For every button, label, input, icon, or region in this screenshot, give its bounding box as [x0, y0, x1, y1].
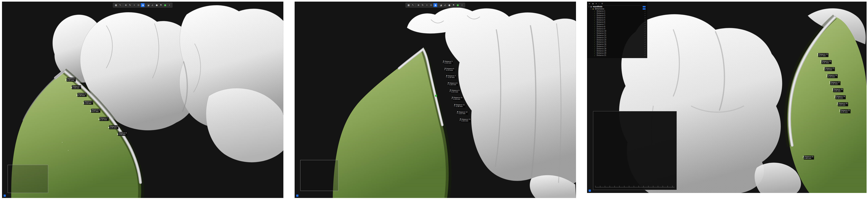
clip-plane-icon[interactable]: ◪ — [147, 3, 150, 7]
toolbar-divider[interactable] — [123, 4, 123, 6]
measurement-label[interactable]: Distance 7 0.22 mm — [99, 117, 109, 121]
rotate-icon[interactable]: ↻ — [128, 3, 132, 7]
app-corner-icon[interactable] — [4, 195, 6, 197]
visibility-badge[interactable] — [643, 8, 646, 10]
check-icon[interactable]: ✓ — [644, 10, 646, 12]
measurement-label[interactable]: Distance 7 0.19 mm — [447, 75, 456, 79]
orbit-sphere-icon[interactable]: ◑ — [434, 3, 437, 7]
measurement-label[interactable]: Distance 22 0.06 mm — [804, 155, 814, 159]
flag-icon[interactable]: ⚑ — [452, 3, 456, 7]
measurement-label[interactable]: Distance 3 0.18 mm — [72, 85, 81, 89]
measurement-label[interactable]: Distance 15 0.19 mm — [825, 67, 835, 71]
measurement-label[interactable]: Distance 9 0.21 mm — [451, 89, 460, 93]
fit-view-icon[interactable]: ⊡ — [137, 3, 141, 7]
measurement-label[interactable]: Distance 2 0.21 mm — [67, 78, 76, 82]
check-icon[interactable]: ✓ — [644, 41, 646, 43]
check-icon[interactable]: ✓ — [644, 39, 646, 41]
toolbar-divider[interactable] — [438, 4, 438, 6]
measurement-label[interactable]: Distance 8 0.26 mm — [449, 82, 458, 86]
tree-node-distance[interactable]: · ╱ Distance 21 ✓ — [587, 54, 647, 56]
check-icon[interactable]: ✓ — [644, 19, 646, 21]
tree-node-distance[interactable]: · ╱ Distance 2 ✓ — [587, 12, 647, 14]
check-icon[interactable]: ✓ — [644, 35, 646, 36]
tree-node-distance[interactable]: · ╱ Distance 13 ✓ — [587, 36, 647, 39]
tree-node-distance[interactable]: · ╱ Distance 18 ✓ — [587, 48, 647, 50]
cursor-icon[interactable]: ↖ — [411, 3, 415, 7]
tree-node-distance[interactable]: · ╱ Distance 17 ✓ — [587, 46, 647, 48]
measure-icon[interactable]: ∠ — [151, 3, 155, 7]
app-corner-icon[interactable] — [589, 189, 591, 192]
flag-icon[interactable]: ⚑ — [159, 3, 163, 7]
measurement-label[interactable]: Distance 21 0.25 mm — [840, 109, 850, 113]
zoom-icon[interactable]: ⌖ — [425, 3, 429, 7]
measurement-label[interactable]: Distance 13 0.17 mm — [818, 53, 829, 57]
tree-node-distance[interactable]: · ╱ Distance 15 ✓ — [587, 41, 647, 43]
tree-node-distance[interactable]: · ╱ Distance 16 ✓ — [587, 43, 647, 46]
expander-icon[interactable]: ▾ — [591, 8, 592, 10]
tree-node-distance[interactable]: · ╱ Distance 1 ✓ — [587, 10, 647, 12]
measurement-label[interactable]: Distance 9 0.20 mm — [118, 132, 127, 136]
orbit-sphere-icon[interactable]: ◑ — [141, 3, 145, 7]
check-icon[interactable]: ✓ — [644, 48, 646, 50]
check-icon[interactable]: ✓ — [644, 55, 646, 56]
measurement-label[interactable]: Distance 14 0.21 mm — [822, 60, 832, 64]
zoom-icon[interactable]: ⌖ — [132, 3, 136, 7]
select-rect-icon[interactable]: ▦ — [407, 3, 411, 7]
measurement-label[interactable]: Distance 4 0.24 mm — [78, 93, 87, 97]
tree-settings-icon[interactable]: ⚙ — [601, 3, 603, 5]
check-icon[interactable]: ✓ — [644, 17, 646, 19]
live-capture-icon[interactable]: ■ — [456, 3, 460, 7]
info-icon[interactable]: i — [460, 3, 464, 7]
check-icon[interactable]: ✓ — [644, 46, 646, 48]
measurement-label[interactable]: Distance 19 0.18 mm — [836, 95, 846, 99]
tree-expand-icon[interactable]: ▾ — [596, 3, 597, 5]
live-capture-icon[interactable]: ■ — [163, 3, 167, 7]
tree-node-distance[interactable]: · ╱ Distance 10 ✓ — [587, 30, 647, 32]
measurement-label[interactable]: Distance 8 0.25 mm — [109, 125, 118, 129]
measurement-label[interactable]: Distance 5 0.19 mm — [84, 101, 93, 105]
measurement-label[interactable]: Distance 11 0.18 mm — [455, 104, 465, 108]
tree-node-mandibula[interactable]: ▾ ▣ mandibula — [587, 6, 647, 8]
check-icon[interactable]: ✓ — [644, 37, 646, 38]
check-icon[interactable]: ✓ — [644, 13, 646, 14]
measurement-label[interactable]: Distance 6 0.27 mm — [91, 109, 100, 113]
measurement-label[interactable]: Distance 10 0.24 mm — [453, 96, 463, 100]
selected-point-marker[interactable] — [435, 95, 437, 97]
tree-node-distance[interactable]: · ╱ Distance 9 ✓ — [587, 28, 647, 30]
tree-node-distance[interactable]: · ╱ Distance 6 ✓ — [587, 21, 647, 23]
tree-node-distance[interactable]: · ╱ Distance 4 ✓ — [587, 17, 647, 19]
tree-node-distance[interactable]: · ╱ Distance 7 ✓ — [587, 23, 647, 26]
point-pick-icon[interactable]: ● — [155, 3, 159, 7]
cursor-icon[interactable]: ↖ — [118, 3, 122, 7]
check-icon[interactable]: ✓ — [644, 28, 646, 30]
check-icon[interactable]: ✓ — [644, 24, 646, 25]
tree-node-distance[interactable]: · ╱ Distance 14 ✓ — [587, 39, 647, 41]
point-pick-icon[interactable]: ● — [447, 3, 452, 7]
check-icon[interactable]: ✓ — [644, 43, 646, 45]
measure-icon[interactable]: ∠ — [443, 3, 447, 7]
check-icon[interactable]: ✓ — [644, 26, 646, 28]
check-icon[interactable]: ✓ — [644, 15, 646, 17]
clip-plane-icon[interactable]: ◪ — [439, 3, 443, 7]
measurement-label[interactable]: Distance 5 0.16 mm — [444, 60, 453, 64]
measurement-label[interactable]: Distance 12 0.22 mm — [458, 111, 468, 115]
measurement-label[interactable]: Distance 20 0.22 mm — [838, 102, 848, 106]
measurement-label[interactable]: Distance 17 0.20 mm — [830, 81, 840, 85]
select-rect-icon[interactable]: ▦ — [114, 3, 118, 7]
measurement-label[interactable]: Distance 6 0.23 mm — [445, 67, 455, 71]
tree-eye-icon[interactable]: ◉ — [592, 3, 594, 5]
tree-node-distance[interactable]: · ╱ Distance 12 ✓ — [587, 34, 647, 36]
rotate-icon[interactable]: ↻ — [421, 3, 425, 7]
fit-view-icon[interactable]: ⊡ — [429, 3, 433, 7]
tree-node-dimensions[interactable]: ▾ ▤ Dimensions — [587, 8, 647, 10]
measurement-label[interactable]: Distance 13 0.20 mm — [461, 118, 471, 122]
tree-node-distance[interactable]: · ╱ Distance 11 ✓ — [587, 32, 647, 34]
tree-filter-icon[interactable]: ≡ — [589, 3, 590, 5]
app-corner-icon[interactable] — [296, 195, 299, 197]
check-icon[interactable]: ✓ — [644, 50, 646, 52]
pan-icon[interactable]: ⊕ — [416, 3, 421, 7]
tree-node-distance[interactable]: · ╱ Distance 19 ✓ — [587, 50, 647, 52]
tree-node-distance[interactable]: · ╱ Distance 20 ✓ — [587, 52, 647, 54]
check-icon[interactable]: ✓ — [644, 33, 646, 34]
check-icon[interactable]: ✓ — [644, 30, 646, 32]
